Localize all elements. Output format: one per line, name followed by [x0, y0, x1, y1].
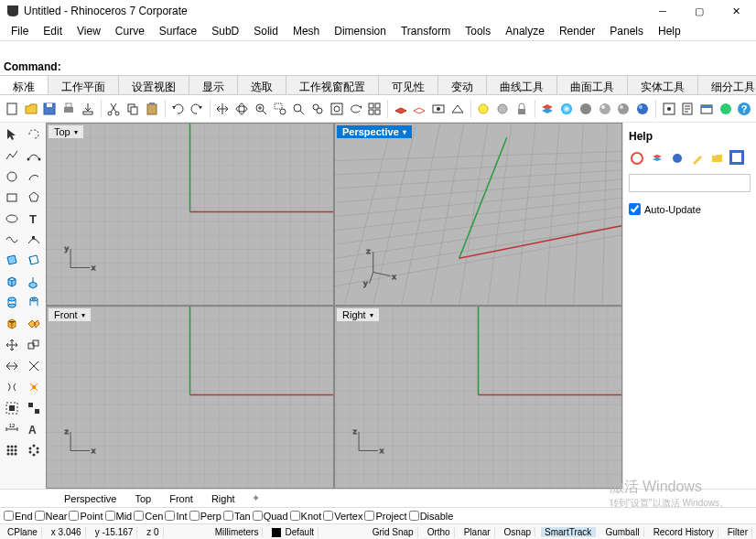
- tab-curve-tools[interactable]: 曲线工具: [487, 76, 557, 94]
- zoom-extents-icon[interactable]: [291, 99, 308, 119]
- show-icon[interactable]: [476, 99, 492, 119]
- viewport-perspective[interactable]: Perspective▾ zxy: [335, 124, 621, 305]
- tab-transform[interactable]: 变动: [438, 76, 487, 94]
- osnap-perp[interactable]: Perp: [189, 511, 221, 522]
- pointer-icon[interactable]: [2, 124, 22, 145]
- zoom-dynamic-icon[interactable]: [253, 99, 269, 119]
- menu-curve[interactable]: Curve: [108, 23, 152, 39]
- menu-dimension[interactable]: Dimension: [327, 23, 394, 39]
- move-icon[interactable]: [2, 335, 22, 355]
- redo-icon[interactable]: [189, 99, 205, 119]
- copy-transform-icon[interactable]: [24, 335, 44, 355]
- polygon-icon[interactable]: [24, 188, 44, 208]
- menu-panels[interactable]: Panels: [602, 23, 651, 39]
- properties-icon[interactable]: [578, 99, 594, 119]
- viewport-right[interactable]: Right▾ zx: [335, 307, 621, 488]
- named-cplane-icon[interactable]: [393, 99, 409, 119]
- tab-surface-tools[interactable]: 曲面工具: [557, 76, 628, 94]
- copy-icon[interactable]: [124, 99, 141, 119]
- tab-select[interactable]: 选取: [238, 76, 286, 94]
- hide-icon[interactable]: [494, 99, 511, 119]
- viewport-top[interactable]: Top▾ yx: [47, 124, 333, 305]
- osnap-tan[interactable]: Tan: [223, 511, 251, 522]
- menu-mesh[interactable]: Mesh: [286, 23, 327, 39]
- lasso-icon[interactable]: [24, 124, 44, 145]
- named-view-icon[interactable]: [430, 99, 447, 119]
- menu-transform[interactable]: Transform: [394, 23, 458, 39]
- options-icon[interactable]: [661, 99, 677, 119]
- status-filter[interactable]: Filter: [724, 527, 752, 537]
- surface-corner-icon[interactable]: [2, 251, 22, 271]
- set-cplane-icon[interactable]: [412, 99, 428, 119]
- circle-icon[interactable]: [2, 167, 22, 187]
- menu-edit[interactable]: Edit: [36, 23, 70, 39]
- tab-display[interactable]: 显示: [189, 76, 238, 94]
- help-search-input[interactable]: [629, 174, 751, 192]
- status-ortho[interactable]: Ortho: [424, 527, 455, 537]
- sphere-shade2-icon[interactable]: [615, 99, 632, 119]
- tab-standard[interactable]: 标准: [0, 76, 49, 94]
- maximize-button[interactable]: ▢: [681, 0, 718, 22]
- surface-edge-icon[interactable]: [24, 251, 44, 271]
- text-icon[interactable]: T: [24, 209, 44, 229]
- status-record-history[interactable]: Record History: [650, 527, 718, 537]
- group-icon[interactable]: [2, 398, 22, 418]
- menu-solid[interactable]: Solid: [246, 23, 286, 39]
- zoom-selected-icon[interactable]: [329, 99, 345, 119]
- osnap-point[interactable]: Point: [69, 511, 103, 522]
- join-icon[interactable]: [2, 377, 22, 397]
- curve-tools-icon[interactable]: [2, 230, 22, 250]
- help-panel-icon[interactable]: [729, 150, 744, 165]
- import-icon[interactable]: [80, 99, 96, 119]
- osnap-project[interactable]: Project: [364, 511, 406, 522]
- osnap-quad[interactable]: Quad: [253, 511, 288, 522]
- vptab-perspective[interactable]: Perspective: [55, 491, 125, 506]
- extrude-icon[interactable]: [24, 272, 44, 292]
- osnap-end[interactable]: End: [4, 511, 33, 522]
- menu-tools[interactable]: Tools: [458, 23, 498, 39]
- cylinder-icon[interactable]: [2, 293, 22, 313]
- tab-visibility[interactable]: 可见性: [379, 76, 438, 94]
- explode-icon[interactable]: [24, 377, 44, 397]
- osnap-mid[interactable]: Mid: [105, 511, 133, 522]
- osnap-knot[interactable]: Knot: [290, 511, 322, 522]
- command-line[interactable]: Command:: [0, 59, 756, 75]
- menu-help[interactable]: Help: [651, 23, 688, 39]
- new-icon[interactable]: [4, 99, 20, 119]
- viewport-label-perspective[interactable]: Perspective▾: [337, 125, 412, 138]
- menu-render[interactable]: Render: [552, 23, 602, 39]
- rectangle-icon[interactable]: [2, 188, 22, 208]
- zoom-window-icon[interactable]: [272, 99, 288, 119]
- help-home-icon[interactable]: [629, 150, 645, 167]
- dimension-icon[interactable]: 12: [2, 419, 22, 439]
- array-polar-icon[interactable]: [24, 440, 44, 460]
- array-icon[interactable]: [2, 440, 22, 460]
- auto-update-checkbox[interactable]: Auto-Update: [629, 203, 751, 215]
- add-viewport-button[interactable]: ✦: [244, 490, 267, 506]
- menu-analyze[interactable]: Analyze: [498, 23, 552, 39]
- status-cplane[interactable]: CPlane: [4, 527, 42, 537]
- menu-surface[interactable]: Surface: [152, 23, 204, 39]
- polyline-icon[interactable]: [2, 146, 22, 166]
- help-render-icon[interactable]: [669, 150, 686, 167]
- pan-icon[interactable]: [215, 99, 232, 119]
- save-icon[interactable]: [41, 99, 58, 119]
- ungroup-icon[interactable]: [24, 398, 44, 418]
- help-edit-icon[interactable]: [689, 150, 706, 167]
- tab-setview[interactable]: 设置视图: [119, 76, 189, 94]
- tab-subd-tools[interactable]: 细分工具: [698, 76, 756, 94]
- viewport-label-front[interactable]: Front▾: [49, 308, 91, 321]
- osnap-cen[interactable]: Cen: [134, 511, 163, 522]
- tab-cplane[interactable]: 工作平面: [49, 76, 119, 94]
- vptab-right[interactable]: Right: [202, 491, 244, 506]
- print-icon[interactable]: [60, 99, 77, 119]
- status-layer[interactable]: Default: [268, 527, 319, 537]
- rotate-view-icon[interactable]: [233, 99, 250, 119]
- box-icon[interactable]: [2, 272, 22, 292]
- viewport-front[interactable]: Front▾ zx: [47, 307, 333, 488]
- arc-icon[interactable]: [24, 167, 44, 187]
- change-layer-icon[interactable]: [558, 99, 575, 119]
- viewport-label-right[interactable]: Right▾: [337, 308, 379, 321]
- help-folder-icon[interactable]: [709, 150, 726, 167]
- status-osnap[interactable]: Osnap: [501, 527, 535, 537]
